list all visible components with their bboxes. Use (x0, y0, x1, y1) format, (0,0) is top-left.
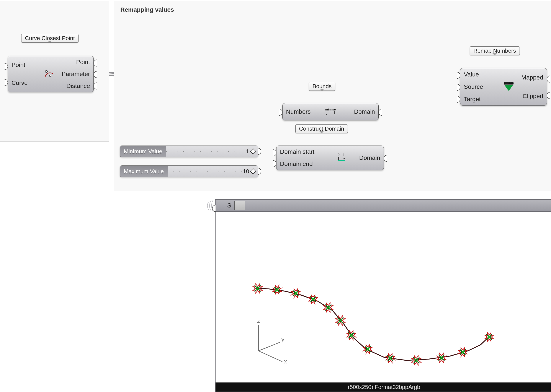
component-construct-domain[interactable]: Domain start Domain end Domain 0 1 (276, 146, 384, 170)
svg-rect-15 (505, 83, 506, 84)
output-clipped[interactable]: Clipped (521, 93, 543, 100)
input-value[interactable]: Value (464, 71, 483, 78)
viewport-preview-panel[interactable]: S z y x (500x250) Format32bppArgb (215, 199, 551, 392)
svg-text:z: z (257, 317, 260, 324)
input-source[interactable]: Source (464, 83, 483, 90)
tag-construct-domain: Construct Domain (295, 124, 348, 133)
output-mapped[interactable]: Mapped (521, 74, 543, 81)
slider-handle-icon[interactable] (250, 168, 256, 174)
preview-header: S (216, 200, 551, 212)
svg-text:1: 1 (343, 153, 345, 157)
bounds-icon: minmax (325, 107, 336, 116)
output-distance[interactable]: Distance (62, 83, 90, 90)
input-curve[interactable]: Curve (12, 79, 28, 86)
construct-domain-icon: 0 1 (336, 153, 347, 163)
svg-text:min: min (325, 108, 331, 111)
slider-label: Maximum Value (120, 166, 168, 177)
output-point[interactable]: Point (62, 59, 90, 66)
curve-closest-point-icon (44, 69, 54, 79)
output-domain[interactable]: Domain (354, 108, 375, 115)
input-point[interactable]: Point (12, 62, 28, 69)
input-domain-end[interactable]: Domain end (280, 161, 314, 168)
svg-text:x: x (284, 358, 287, 365)
svg-point-0 (45, 70, 48, 73)
component-remap-numbers[interactable]: Value Source Target Mapped Clipped (460, 68, 547, 106)
tag-curve-closest-point: Curve Closest Point (21, 34, 79, 43)
tag-bounds: Bounds (309, 82, 335, 91)
svg-line-22 (259, 342, 280, 351)
svg-marker-12 (343, 158, 345, 160)
svg-text:y: y (282, 336, 284, 343)
tag-remap-numbers: Remap Numbers (470, 46, 520, 55)
svg-rect-17 (508, 83, 509, 84)
slider-maximum-value[interactable]: Maximum Value 10 (120, 165, 258, 177)
slider-value: 10 (243, 168, 249, 175)
svg-text:max: max (330, 108, 336, 111)
output-parameter[interactable]: Parameter (62, 70, 90, 77)
remap-icon (503, 82, 515, 92)
preview-caption: (500x250) Format32bppArgb (216, 383, 551, 392)
slider-handle-icon[interactable] (250, 148, 256, 154)
slider-value: 1 (246, 148, 249, 155)
svg-rect-6 (326, 114, 334, 115)
input-numbers[interactable]: Numbers (286, 108, 311, 115)
svg-marker-11 (338, 158, 339, 160)
svg-text:0: 0 (338, 153, 340, 157)
svg-line-21 (259, 351, 282, 362)
component-bounds[interactable]: Numbers Domain minmax (282, 103, 379, 120)
component-curve-closest-point[interactable]: Point Curve Point Parameter Distance (8, 56, 94, 92)
input-target[interactable]: Target (464, 96, 483, 103)
slider-label: Minimum Value (120, 146, 166, 157)
svg-marker-19 (504, 85, 513, 91)
preview-header-letter: S (227, 202, 231, 209)
slider-minimum-value[interactable]: Minimum Value 1 (120, 146, 258, 157)
output-domain[interactable]: Domain (359, 154, 380, 161)
svg-point-1 (50, 75, 51, 77)
svg-rect-18 (510, 83, 511, 84)
input-domain-start[interactable]: Domain start (280, 148, 314, 155)
group-title: Remapping values (120, 6, 174, 13)
svg-rect-13 (338, 160, 345, 161)
input-grip[interactable] (212, 205, 216, 212)
viewport: z y x (216, 212, 551, 383)
image-icon (234, 201, 245, 210)
svg-rect-16 (507, 83, 508, 84)
